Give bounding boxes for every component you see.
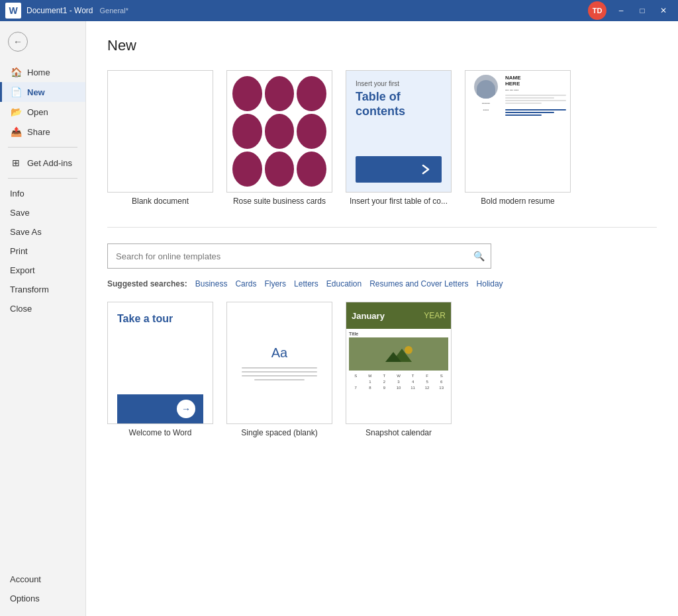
template-label-blank: Blank document — [132, 197, 189, 206]
template-toc[interactable]: Insert your first Table of contents Inse… — [346, 70, 452, 206]
biz-card-7 — [232, 152, 262, 187]
sidebar-item-close[interactable]: Close — [0, 299, 85, 318]
template-label-toc: Insert your first table of co... — [350, 197, 448, 206]
home-icon: 🏠 — [10, 67, 22, 77]
sidebar-item-export[interactable]: Export — [0, 261, 85, 280]
suggested-flyers[interactable]: Flyers — [264, 279, 286, 288]
toc-title-text: Table of contents — [356, 90, 442, 118]
biz-card-2 — [265, 76, 295, 111]
suggested-resumes[interactable]: Resumes and Cover Letters — [369, 279, 468, 288]
search-button[interactable]: 🔍 — [467, 244, 491, 268]
cal-cell-3: 2 — [377, 379, 391, 384]
toc-footer — [356, 156, 442, 183]
sidebar: ← 🏠 Home 📄 New 📂 Open 📤 Share ⊞ Get Add-… — [0, 21, 86, 616]
sidebar-item-addins[interactable]: ⊞ Get Add-ins — [0, 153, 85, 173]
sidebar-item-open[interactable]: 📂 Open — [0, 102, 85, 122]
resume-line-7 — [505, 114, 542, 116]
template-welcome[interactable]: Take a tour → Welcome to Word — [107, 302, 213, 437]
window-controls: – □ ✕ — [612, 3, 673, 18]
ss-line-1 — [242, 367, 316, 369]
maximize-button[interactable]: □ — [633, 3, 652, 18]
transform-label: Transform — [10, 285, 49, 294]
sidebar-item-new[interactable]: 📄 New — [0, 82, 85, 102]
cal-day-header-3: T — [377, 373, 391, 378]
resume-line-1 — [505, 95, 566, 96]
calendar-month: January — [352, 311, 385, 321]
ss-line-4 — [254, 379, 305, 380]
template-resume[interactable]: ••••••• ••••• NAMEHERE ••• ••• •••• — [465, 70, 571, 206]
main-content: New Blank document — [86, 21, 678, 616]
new-icon: 📄 — [10, 87, 22, 97]
cal-cell-14: 13 — [434, 385, 448, 390]
sidebar-item-home[interactable]: 🏠 Home — [0, 62, 85, 82]
sidebar-item-save[interactable]: Save — [0, 203, 85, 222]
search-input[interactable] — [108, 246, 467, 267]
welcome-text: Take a tour — [117, 313, 203, 394]
biz-card-6 — [297, 114, 326, 149]
welcome-content: Take a tour → — [108, 302, 213, 423]
template-single-spaced[interactable]: Aa Single spaced (blank) — [226, 302, 332, 437]
sidebar-item-info[interactable]: Info — [0, 184, 85, 203]
toc-content: Insert your first Table of contents — [346, 71, 451, 192]
sidebar-item-transform[interactable]: Transform — [0, 280, 85, 299]
titlebar: W Document1 - Word General* TD – □ ✕ — [0, 0, 678, 21]
search-icon: 🔍 — [473, 251, 485, 261]
resume-left-col: ••••••• ••••• — [469, 75, 503, 188]
resume-line-4 — [505, 103, 542, 104]
sidebar-item-share[interactable]: 📤 Share — [0, 122, 85, 142]
biz-card-9 — [297, 152, 326, 187]
back-icon: ← — [13, 36, 23, 47]
back-button[interactable]: ← — [8, 32, 28, 52]
section-divider — [107, 227, 657, 228]
suggested-searches: Suggested searches: Business Cards Flyer… — [107, 279, 657, 288]
cal-day-header-6: F — [420, 373, 434, 378]
calendar-image — [349, 337, 448, 371]
svg-rect-0 — [416, 160, 435, 179]
close-button[interactable]: ✕ — [654, 3, 673, 18]
cal-cell-8: 7 — [349, 385, 363, 390]
template-label-calendar: Snapshot calendar — [365, 428, 432, 437]
sidebar-item-saveas[interactable]: Save As — [0, 222, 85, 242]
resume-line-6 — [505, 112, 554, 113]
suggested-holiday[interactable]: Holiday — [477, 279, 503, 288]
single-spaced-content: Aa — [227, 302, 332, 423]
ss-line-3 — [242, 375, 316, 376]
biz-card-8 — [265, 152, 295, 187]
addins-icon: ⊞ — [10, 157, 22, 168]
suggested-cards[interactable]: Cards — [235, 279, 256, 288]
template-blank[interactable]: Blank document — [107, 70, 213, 206]
sidebar-item-options[interactable]: Options — [0, 589, 85, 608]
calendar-nature-icon — [379, 342, 418, 366]
user-avatar[interactable]: TD — [588, 1, 606, 20]
suggested-label: Suggested searches: — [107, 279, 187, 288]
template-biz-cards[interactable]: Rose suite business cards — [226, 70, 332, 206]
sidebar-item-label: Home — [27, 67, 50, 77]
biz-card-3 — [297, 76, 326, 111]
sidebar-item-label: New — [27, 87, 45, 97]
suggested-business[interactable]: Business — [195, 279, 228, 288]
template-thumb-welcome: Take a tour → — [107, 302, 213, 424]
cal-day-header-5: T — [406, 373, 420, 378]
cal-cell-7: 6 — [434, 379, 448, 384]
minimize-button[interactable]: – — [612, 3, 630, 18]
info-label: Info — [10, 189, 24, 198]
template-thumb-blank — [107, 70, 213, 193]
template-calendar[interactable]: January YEAR Title — [346, 302, 452, 437]
blank-thumb — [108, 71, 213, 192]
window-title: Document1 - Word General* — [26, 6, 588, 15]
calendar-grid: S M T W T F S 1 2 3 4 — [349, 373, 448, 390]
cal-cell-11: 10 — [392, 385, 406, 390]
search-section: 🔍 — [107, 243, 657, 269]
cal-cell-9: 8 — [363, 385, 377, 390]
template-label-resume: Bold modern resume — [481, 197, 554, 206]
biz-card-1 — [232, 76, 262, 111]
sidebar-item-print[interactable]: Print — [0, 242, 85, 261]
calendar-body: Title S M — [346, 329, 451, 423]
app-body: ← 🏠 Home 📄 New 📂 Open 📤 Share ⊞ Get Add-… — [0, 21, 678, 616]
suggested-education[interactable]: Education — [326, 279, 362, 288]
suggested-letters[interactable]: Letters — [294, 279, 318, 288]
sidebar-item-account[interactable]: Account — [0, 570, 85, 589]
template-thumb-calendar: January YEAR Title — [346, 302, 452, 424]
resume-photo — [474, 75, 498, 99]
template-thumb-resume: ••••••• ••••• NAMEHERE ••• ••• •••• — [465, 70, 571, 193]
